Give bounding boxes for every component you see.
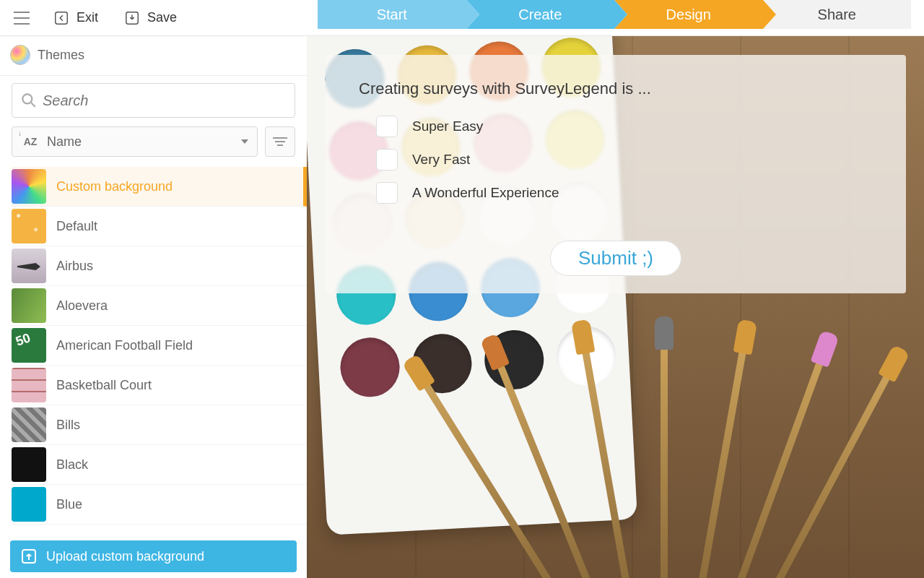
theme-label: Basketball Court [56,378,152,393]
theme-thumb [12,407,46,442]
step-share-label: Share [818,7,856,23]
theme-thumb [12,368,46,402]
theme-item-basketball-court[interactable]: Basketball Court [12,366,307,405]
theme-item-black[interactable]: Black [12,445,307,485]
survey-option[interactable]: A Wonderful Experience [376,182,873,204]
theme-label: Blue [56,497,82,512]
theme-item-blue[interactable]: Blue [12,485,307,525]
exit-button[interactable]: Exit [43,2,108,34]
theme-label: Custom background [56,179,173,194]
az-sort-icon: AZ [19,131,41,152]
checkbox[interactable] [376,116,398,137]
paint-brushes [523,347,834,578]
theme-label: Bills [56,418,80,433]
theme-label: Aloevera [56,298,108,314]
back-arrow-icon [53,10,69,26]
sort-select[interactable]: AZ Name [12,126,258,157]
progress-stepper: Start Create Design Share [318,0,911,29]
sort-label: Name [47,134,82,150]
panel-title: Themes [38,48,84,63]
exit-label: Exit [77,10,98,25]
theme-label: Black [56,457,88,473]
palette-icon [10,45,30,65]
theme-thumb [12,447,46,482]
theme-search[interactable] [12,83,295,118]
upload-label: Upload custom background [46,549,204,564]
checkbox[interactable] [376,149,398,171]
survey-option[interactable]: Very Fast [376,149,873,171]
theme-label: Default [56,219,97,234]
theme-item-custom-background[interactable]: Custom background [12,167,307,207]
theme-item-bills[interactable]: Bills [12,405,307,445]
theme-item-default[interactable]: Default [12,207,307,246]
upload-icon [20,548,38,565]
survey-preview-card: Creating surveys with SurveyLegend is ..… [326,55,906,293]
download-icon [124,10,140,26]
theme-thumb [12,169,46,204]
svg-point-2 [22,94,32,103]
save-label: Save [147,10,177,25]
option-label: Super Easy [412,118,483,134]
option-label: A Wonderful Experience [412,185,559,201]
svg-rect-0 [56,12,68,24]
step-start[interactable]: Start [318,0,466,29]
step-create[interactable]: Create [466,0,615,29]
theme-thumb [12,328,46,363]
step-create-label: Create [518,7,562,23]
theme-item-aloevera[interactable]: Aloevera [12,286,307,326]
step-design-label: Design [666,7,711,23]
chevron-down-icon [241,139,248,144]
save-button[interactable]: Save [114,2,187,34]
survey-option[interactable]: Super Easy [376,116,873,137]
upload-background-button[interactable]: Upload custom background [10,540,297,572]
theme-thumb [12,209,46,243]
submit-button[interactable]: Submit ;) [550,241,681,276]
checkbox[interactable] [376,182,398,204]
theme-thumb [12,249,46,283]
survey-question: Creating surveys with SurveyLegend is ..… [359,79,873,98]
option-label: Very Fast [412,152,470,168]
search-icon [19,91,38,110]
theme-thumb [12,288,46,323]
preview-canvas: Creating surveys with SurveyLegend is ..… [307,36,924,578]
theme-item-american-football-field[interactable]: American Football Field [12,326,307,366]
step-share[interactable]: Share [763,0,912,29]
theme-list: Custom background Default Airbus Aloever… [0,167,307,578]
theme-thumb [12,487,46,522]
step-start-label: Start [377,7,407,23]
theme-label: Airbus [56,259,93,274]
theme-item-airbus[interactable]: Airbus [12,246,307,286]
themes-panel: Themes AZ Name Custom background Default [0,36,307,578]
search-input[interactable] [43,92,287,109]
menu-button[interactable] [6,2,38,34]
theme-label: American Football Field [56,338,193,353]
step-design[interactable]: Design [614,0,763,29]
filter-button[interactable] [265,126,295,157]
